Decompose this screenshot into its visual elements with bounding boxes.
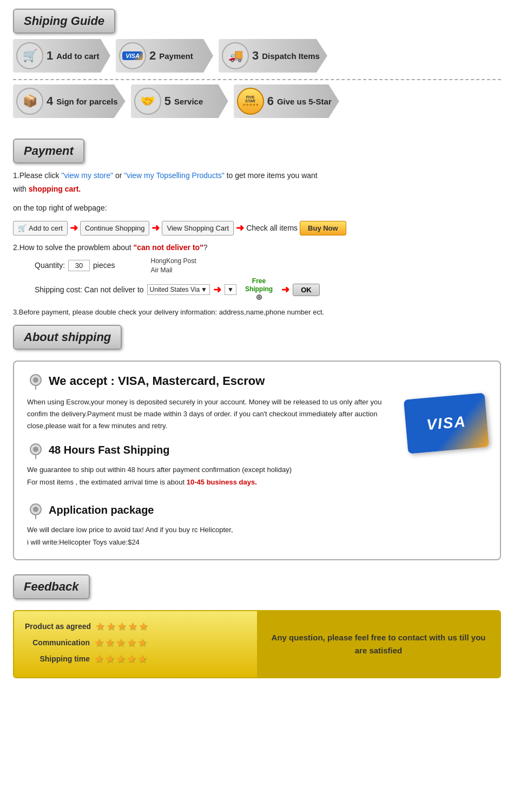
- feedback-title: Feedback: [24, 580, 79, 593]
- payment-section: 1.Please click "view my store" or "view …: [0, 169, 514, 316]
- star-1-5: ★: [139, 620, 148, 633]
- step-1: 🛒 1 Add to cart: [13, 39, 110, 73]
- quantity-value[interactable]: 30: [68, 260, 90, 271]
- star-1-3: ★: [117, 620, 127, 633]
- fast-shipping-highlight: 10-45 business days.: [187, 478, 257, 486]
- pin-icon-3: [27, 502, 44, 519]
- visa-content: VISA When using Escrow,your money is dep…: [27, 396, 487, 432]
- step-1-label: Add to cart: [56, 51, 99, 61]
- step-6-number: 6: [267, 94, 274, 108]
- about-shipping-title: About shipping: [24, 330, 111, 344]
- feedback-label-3: Shipping time: [25, 654, 90, 663]
- feedback-left: Product as agreed ★ ★ ★ ★ ★ Communicatio…: [14, 611, 257, 677]
- about-shipping-section: We accept : VISA, Mastercard, Escrow VIS…: [0, 361, 514, 561]
- step-1-icon: 🛒: [16, 42, 43, 69]
- add-to-cert-button[interactable]: 🛒 Add to cert: [13, 221, 68, 235]
- fast-shipping-line1: We guarantee to ship out within 48 hours…: [27, 466, 292, 474]
- star-2-4: ★: [127, 636, 136, 649]
- shipping-cost-label: Shipping cost: Can not deliver to: [35, 285, 144, 294]
- payment-text-2: on the top right of webpage:: [13, 201, 501, 215]
- star-1-4: ★: [128, 620, 137, 633]
- step-3-icon: 🚚: [222, 42, 249, 69]
- united-states-dropdown[interactable]: United States Via ▼: [147, 284, 210, 295]
- ok-button[interactable]: OK: [293, 284, 320, 296]
- shipping-guide-title: Shiping Guide: [24, 14, 104, 28]
- step-2: VISA 2 Payment: [116, 39, 213, 73]
- steps-divider: [13, 79, 501, 80]
- app-package-line1: We will declare low price to avoid tax! …: [27, 526, 233, 534]
- before-payment-text: 3.Before payment, please double check yo…: [13, 308, 501, 316]
- payment-link2[interactable]: "view my Topselling Products": [124, 171, 225, 180]
- star-2-5: ★: [137, 636, 147, 649]
- feedback-section: Product as agreed ★ ★ ★ ★ ★ Communicatio…: [0, 610, 514, 689]
- visa-heading: We accept : VISA, Mastercard, Escrow: [49, 374, 265, 388]
- second-dropdown[interactable]: ▼: [225, 284, 236, 295]
- star-3-2: ★: [105, 652, 115, 665]
- stars-3: ★ ★ ★ ★ ★: [94, 652, 147, 665]
- payment-text-1: 1.Please click "view my store" or "view …: [13, 169, 501, 196]
- payment-line1-sub: with: [13, 185, 29, 193]
- visa-description: When using Escrow,your money is deposite…: [27, 396, 397, 432]
- arrow-4: ➜: [213, 284, 221, 296]
- fast-shipping-title-row: 48 Hours Fast Shipping: [27, 442, 397, 459]
- arrow-1: ➜: [70, 222, 78, 234]
- payment-line1-mid: or: [113, 171, 124, 180]
- star-1-2: ★: [106, 620, 116, 633]
- payment-title: Payment: [24, 144, 74, 158]
- shipping-calc-row-1: Quantity: 30 pieces HongKong Post Air Ma…: [35, 256, 501, 275]
- star-2-2: ★: [105, 636, 115, 649]
- payment-line1-post: to get more items you want: [225, 171, 318, 180]
- fast-shipping-line2: For most items , the extimated arrival t…: [27, 478, 187, 486]
- view-shopping-cart-button[interactable]: View Shopping Cart: [162, 221, 234, 235]
- star-3-4: ★: [127, 652, 136, 665]
- step-2-icon: VISA: [119, 42, 146, 69]
- step-4: 📦 4 Sign for parcels: [13, 84, 126, 118]
- step-6: FIVE STAR ★★★★★ 6 Give us 5-Star: [234, 84, 339, 118]
- payment-line1-pre: 1.Please click: [13, 171, 61, 180]
- fast-shipping-heading: 48 Hours Fast Shipping: [49, 444, 169, 456]
- free-ship-col: Free Shipping: [245, 277, 273, 303]
- feedback-right: Any question, please feel free to contac…: [257, 611, 500, 677]
- arrow-3: ➜: [236, 222, 244, 234]
- svg-point-4: [33, 447, 38, 452]
- step-5-icon: 🤝: [134, 88, 161, 115]
- steps-row-2: 📦 4 Sign for parcels 🤝 5 Service FIVE ST…: [13, 84, 501, 118]
- feedback-right-text: Any question, please feel free to contac…: [268, 631, 489, 657]
- app-package-title-row: Application package: [27, 502, 487, 519]
- step-5-number: 5: [164, 94, 171, 108]
- feedback-header: Feedback: [13, 574, 90, 599]
- feedback-row-3: Shipping time ★ ★ ★ ★ ★: [25, 652, 246, 665]
- buy-now-button[interactable]: Buy Now: [300, 221, 346, 235]
- feedback-label-1: Product as agreed: [25, 622, 91, 631]
- fast-shipping-text: We guarantee to ship out within 48 hours…: [27, 463, 487, 489]
- feedback-box: Product as agreed ★ ★ ★ ★ ★ Communicatio…: [13, 610, 501, 678]
- step-5: 🤝 5 Service: [131, 84, 228, 118]
- payment-header: Payment: [13, 139, 84, 163]
- check-all-items-text: Check all items: [246, 224, 298, 232]
- step-4-icon: 📦: [16, 88, 43, 115]
- cart-steps: 🛒 Add to cert ➜ Continue Shopping ➜ View…: [13, 221, 501, 235]
- hk-post-label: HongKong Post Air Mail: [151, 256, 196, 275]
- quantity-label: Quantity:: [35, 261, 65, 270]
- about-shipping-header: About shipping: [13, 325, 122, 350]
- star-3-1: ★: [94, 652, 104, 665]
- radio-dot: [256, 294, 262, 300]
- step-6-icon: FIVE STAR ★★★★★: [237, 88, 264, 115]
- shipping-guide-header: Shiping Guide: [13, 9, 115, 34]
- problem-section: 2.How to solve the prowblem about "can n…: [13, 243, 501, 303]
- continue-shopping-button[interactable]: Continue Shopping: [80, 221, 150, 235]
- steps-row-1: 🛒 1 Add to cart VISA 2 Payment 🚚 3 Dispa…: [13, 39, 501, 73]
- payment-line2: on the top right of webpage:: [13, 204, 107, 212]
- pin-icon-2: [27, 442, 44, 459]
- payment-link3[interactable]: shopping cart.: [29, 185, 81, 193]
- star-2-3: ★: [116, 636, 126, 649]
- svg-point-7: [33, 507, 38, 512]
- payment-link1[interactable]: "view my store": [61, 171, 113, 180]
- visa-card-image: VISA: [404, 392, 489, 454]
- shipping-guide-section: 🛒 1 Add to cart VISA 2 Payment 🚚 3 Dispa…: [0, 39, 514, 130]
- problem-title: 2.How to solve the prowblem about "can n…: [13, 243, 501, 252]
- stars-1: ★ ★ ★ ★ ★: [95, 620, 148, 633]
- star-3-3: ★: [116, 652, 126, 665]
- step-4-label: Sign for parcels: [56, 97, 117, 106]
- feedback-row-1: Product as agreed ★ ★ ★ ★ ★: [25, 620, 246, 633]
